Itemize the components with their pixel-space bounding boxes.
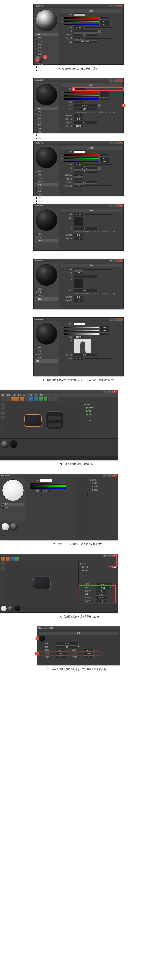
checkbox-icon[interactable] <box>35 191 37 192</box>
tool-move-icon[interactable] <box>10 397 15 401</box>
brightness-input[interactable]: 100 % <box>74 26 83 29</box>
mixstrength-input[interactable]: 100 % <box>74 125 83 127</box>
minimize-button[interactable]: — <box>109 5 113 7</box>
channel-environment[interactable]: 环境 <box>35 124 58 127</box>
tab-basic[interactable]: 基本 <box>38 627 42 630</box>
maximize-button[interactable]: □ <box>114 259 118 262</box>
channel-alpha[interactable]: Alpha <box>35 200 58 202</box>
channel-alpha[interactable]: Alpha <box>35 137 58 140</box>
checkbox-icon[interactable] <box>35 118 37 119</box>
channel-glow[interactable]: 辉光 <box>35 65 58 69</box>
bluroffset-input[interactable]: 0 % <box>74 174 83 177</box>
checkbox-icon[interactable] <box>35 288 37 290</box>
channel-reflection[interactable]: 反射 <box>35 46 58 49</box>
blurscale-input[interactable]: 0 % <box>74 177 83 180</box>
channel-color[interactable]: 颜色 <box>2 503 24 506</box>
mixstrength-slider[interactable] <box>85 358 112 359</box>
channel-environment[interactable]: 环境 <box>35 49 58 53</box>
viewport-3d[interactable] <box>5 562 78 604</box>
rgb-g-input[interactable]: 255 <box>99 157 109 160</box>
projection-dropdown[interactable]: 立方体 <box>56 642 80 645</box>
rgb-r-slider[interactable] <box>64 154 99 156</box>
minimize-button[interactable]: — <box>109 204 113 207</box>
tool-axis-icon[interactable] <box>24 397 29 401</box>
menu-mesh[interactable]: 网格 <box>29 394 32 396</box>
channel-displacement[interactable]: 置换 <box>35 298 58 301</box>
checkbox-icon[interactable] <box>35 298 37 300</box>
checkbox-icon[interactable] <box>35 200 37 202</box>
channel-bump[interactable]: 凹凸 <box>35 353 58 356</box>
blurscale-input[interactable]: 0 % <box>74 299 83 302</box>
mixmode-dropdown[interactable]: 标准 <box>74 121 97 124</box>
close-button[interactable]: × <box>112 474 117 477</box>
checkbox-icon[interactable] <box>35 180 37 182</box>
checkbox-icon[interactable] <box>35 121 37 123</box>
strength-input[interactable]: 100 % <box>74 268 83 270</box>
minimize-button[interactable]: — <box>109 142 113 144</box>
channel-fog[interactable]: 烟雾 <box>35 190 58 193</box>
channel-bump[interactable]: 凹凸 <box>35 239 58 242</box>
channel-bump[interactable]: 凹凸 <box>35 294 58 298</box>
hierarchy-top[interactable]: 顶部 <box>89 485 117 488</box>
rgb-r-slider[interactable] <box>30 482 66 485</box>
strength-slider[interactable] <box>85 269 112 270</box>
tool-render-icon[interactable] <box>10 557 15 561</box>
tool-spline-icon[interactable] <box>15 557 19 561</box>
rgb-b-slider[interactable] <box>30 487 66 489</box>
model-dropdown[interactable]: Lambertian <box>74 40 97 43</box>
checkbox-icon[interactable] <box>35 40 37 42</box>
tool-spline-icon[interactable] <box>38 397 43 401</box>
maximize-button[interactable]: □ <box>108 474 112 477</box>
maximize-button[interactable]: □ <box>114 5 118 7</box>
checkbox-icon[interactable] <box>35 50 37 52</box>
mode-model-icon[interactable] <box>1 402 5 406</box>
color-swatch[interactable] <box>74 150 85 153</box>
rgb-r-input[interactable]: 255 <box>99 326 109 329</box>
channel-color[interactable]: 颜色 <box>35 170 58 173</box>
menu-create[interactable]: 创建 <box>12 394 16 396</box>
channel-color[interactable]: 颜色 <box>35 346 58 350</box>
checkbox-icon[interactable] <box>35 194 37 196</box>
channel-diffuse[interactable]: 漫射 <box>35 173 58 177</box>
rgb-r-input[interactable]: 255 <box>99 154 109 157</box>
rgb-g-slider[interactable] <box>64 95 99 97</box>
texture-browse-button[interactable]: > <box>98 167 101 170</box>
strength-slider[interactable] <box>85 214 112 215</box>
close-button[interactable]: × <box>119 79 123 81</box>
checkbox-icon[interactable] <box>35 66 37 68</box>
sampling-dropdown[interactable]: MIP <box>74 108 97 110</box>
checkbox-icon[interactable] <box>35 174 37 176</box>
channel-reflection[interactable]: 反射 <box>35 291 58 294</box>
tool-cube-icon[interactable] <box>34 397 38 401</box>
checkbox-icon[interactable] <box>35 138 37 139</box>
rgb-g-input[interactable]: 33 <box>99 94 109 97</box>
close-button[interactable]: × <box>119 318 123 321</box>
checkbox-icon[interactable] <box>35 43 37 45</box>
bluroffset-input[interactable]: 0 % <box>74 114 83 117</box>
close-button[interactable]: × <box>112 390 117 393</box>
brightness-slider[interactable] <box>85 337 112 337</box>
mixstrength-slider[interactable] <box>85 126 112 126</box>
checkbox-icon[interactable] <box>35 108 37 110</box>
channel-transparency[interactable]: 透明 <box>35 117 58 120</box>
tool-redo-icon[interactable] <box>6 397 10 401</box>
channel-normal[interactable]: 法线 <box>35 134 58 137</box>
mixstrength-input[interactable]: 100 % <box>74 357 83 360</box>
checkbox-icon[interactable] <box>35 70 37 72</box>
mode-poly-icon[interactable] <box>1 415 5 419</box>
material-thumb-icon[interactable] <box>39 636 45 641</box>
material-thumb[interactable] <box>8 605 14 611</box>
close-button[interactable]: × <box>119 5 123 7</box>
blurscale-input[interactable]: 0 % <box>74 118 83 120</box>
hierarchy-top[interactable]: 顶部 <box>83 413 117 416</box>
texture-dropdown[interactable] <box>74 30 97 33</box>
menu-select[interactable]: 选择 <box>18 394 21 396</box>
maximize-button[interactable]: □ <box>108 390 112 393</box>
checkbox-icon[interactable] <box>35 295 37 296</box>
checkbox-icon[interactable] <box>35 240 37 242</box>
material-thumb[interactable] <box>1 440 9 448</box>
tool-rotate-icon[interactable] <box>20 397 24 401</box>
viewport-3d[interactable] <box>5 402 82 439</box>
material-thumb-dark[interactable] <box>14 605 20 611</box>
brightness-input[interactable]: 100 % <box>74 163 83 166</box>
